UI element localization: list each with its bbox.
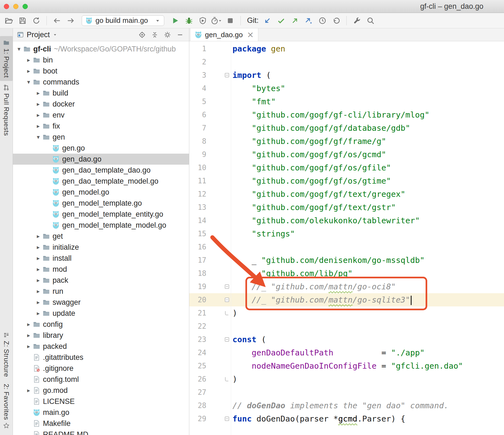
chevron-right-icon[interactable]: ▸ (34, 101, 42, 107)
chevron-right-icon[interactable]: ▸ (34, 266, 42, 273)
git-push-button[interactable] (289, 15, 301, 27)
code-line[interactable]: 20 //_ "github.com/mattn/go-sqlite3" (189, 293, 504, 306)
tree-item-gen.go[interactable]: gen.go (13, 143, 189, 154)
code-line[interactable]: 13 "github.com/gogf/gf/text/gstr" (189, 201, 504, 214)
chevron-down-icon[interactable]: ▾ (24, 79, 33, 85)
chevron-right-icon[interactable]: ▸ (24, 57, 33, 63)
tree-item-install[interactable]: ▸install (13, 253, 189, 264)
code-line[interactable]: 19 //_ "github.com/mattn/go-oci8" (189, 280, 504, 293)
tool-window-button-structure[interactable]: Z: Structure (0, 328, 13, 380)
run-config-select[interactable]: go build main.go (82, 15, 164, 26)
code-line[interactable]: 18 _ "github.com/lib/pq" (189, 267, 504, 280)
tree-item-gen_model_template.go[interactable]: gen_model_template.go (13, 198, 189, 209)
tree-item-packed[interactable]: ▸packed (13, 341, 189, 352)
chevron-right-icon[interactable]: ▸ (34, 244, 42, 251)
code-line[interactable]: 29func doGenDao(parser *gcmd.Parser) { (189, 412, 504, 425)
chevron-right-icon[interactable]: ▸ (34, 233, 42, 240)
tool-window-button-pull-requests[interactable]: Pull Requests (0, 81, 13, 139)
tree-item-LICENSE[interactable]: LICENSE (13, 396, 189, 407)
run-button[interactable] (169, 15, 181, 27)
fold-marker[interactable] (206, 311, 232, 315)
tree-item-gen_dao_template_dao.go[interactable]: gen_dao_template_dao.go (13, 165, 189, 176)
code-line[interactable]: 17 _ "github.com/denisenkom/go-mssqldb" (189, 254, 504, 267)
code-line[interactable]: 7 "github.com/gogf/gf/database/gdb" (189, 121, 504, 135)
tree-item-commands[interactable]: ▾commands (13, 77, 189, 88)
save-button[interactable] (17, 15, 29, 27)
panel-title[interactable]: Project (27, 31, 50, 39)
fold-marker[interactable] (206, 298, 232, 302)
tree-item-gen_dao.go[interactable]: gen_dao.go (13, 154, 189, 165)
panel-settings-button[interactable] (162, 29, 172, 40)
forward-button[interactable] (65, 15, 77, 27)
tree-item-update[interactable]: ▸update (13, 308, 189, 319)
code-line[interactable]: 26) (189, 373, 504, 386)
chevron-right-icon[interactable]: ▸ (34, 288, 42, 295)
close-window-button[interactable] (4, 4, 9, 9)
tree-item-.gitattributes[interactable]: .gitattributes (13, 352, 189, 363)
fold-marker[interactable] (206, 337, 232, 342)
tool-window-button-favorites[interactable]: 2: Favorites (0, 380, 13, 432)
code-line[interactable]: 1package gen (189, 42, 504, 55)
tree-item-go.mod[interactable]: ▸go.mod (13, 385, 189, 396)
tree-item-pack[interactable]: ▸pack (13, 275, 189, 286)
code-line[interactable]: 3import ( (189, 69, 504, 82)
minimize-window-button[interactable] (13, 4, 18, 9)
tree-item-initialize[interactable]: ▸initialize (13, 242, 189, 253)
git-fetch-button[interactable] (303, 15, 315, 27)
tree-item-main.go[interactable]: main.go (13, 407, 189, 418)
tree-item-mod[interactable]: ▸mod (13, 264, 189, 275)
code-editor[interactable]: 1package gen23import (4 "bytes"5 "fmt"6 … (189, 41, 504, 435)
code-line[interactable]: 6 "github.com/gogf/gf-cli/library/mlog" (189, 108, 504, 121)
code-line[interactable]: 25 nodeNameGenDaoInConfigFile = "gfcli.g… (189, 359, 504, 373)
code-line[interactable]: 2 (189, 55, 504, 69)
chevron-right-icon[interactable]: ▸ (34, 123, 42, 129)
tree-item-.gitignore[interactable]: .gitignore (13, 363, 189, 374)
chevron-right-icon[interactable]: ▸ (24, 343, 33, 350)
code-line[interactable]: 4 "bytes" (189, 82, 504, 95)
tree-item-build[interactable]: ▸build (13, 88, 189, 99)
tree-item-run[interactable]: ▸run (13, 286, 189, 297)
chevron-right-icon[interactable]: ▸ (34, 299, 42, 306)
code-line[interactable]: 12 "github.com/gogf/gf/text/gregex" (189, 187, 504, 201)
close-icon[interactable]: × (247, 31, 254, 39)
chevron-down-icon[interactable]: ▾ (15, 46, 23, 52)
git-update-project-button[interactable] (261, 15, 273, 27)
open-button[interactable] (3, 15, 15, 27)
tree-item-bin[interactable]: ▸bin (13, 55, 189, 66)
sync-button[interactable] (30, 15, 42, 27)
code-line[interactable]: 8 "github.com/gogf/gf/frame/g" (189, 135, 504, 148)
tree-item-docker[interactable]: ▸docker (13, 99, 189, 110)
rollback-button[interactable] (330, 15, 342, 27)
fold-marker[interactable] (206, 284, 232, 289)
fold-marker[interactable] (206, 377, 232, 381)
git-commit-button[interactable] (275, 15, 287, 27)
search-everywhere-button[interactable] (365, 15, 377, 27)
chevron-right-icon[interactable]: ▸ (24, 332, 33, 339)
coverage-button[interactable] (197, 15, 209, 27)
code-line[interactable]: 22 (189, 320, 504, 333)
tree-item-gen_model_template_model.go[interactable]: gen_model_template_model.go (13, 220, 189, 231)
tool-window-button-project[interactable]: 1: Project (0, 36, 13, 81)
chevron-right-icon[interactable]: ▸ (24, 387, 33, 394)
chevron-right-icon[interactable]: ▸ (34, 112, 42, 118)
history-button[interactable] (316, 15, 328, 27)
code-line[interactable]: 21) (189, 306, 504, 320)
code-line[interactable]: 27 (189, 386, 504, 399)
tree-item-README.MD[interactable]: README.MD (13, 429, 189, 435)
chevron-down-icon[interactable]: ▾ (34, 134, 42, 140)
tree-item-gen_model.go[interactable]: gen_model.go (13, 187, 189, 198)
chevron-right-icon[interactable]: ▸ (34, 310, 42, 317)
tree-item-config.toml[interactable]: config.toml (13, 374, 189, 385)
locate-file-button[interactable] (137, 29, 147, 40)
zoom-window-button[interactable] (23, 4, 28, 9)
tree-item-fix[interactable]: ▸fix (13, 121, 189, 132)
tree-item-gf-cli[interactable]: ▾gf-cli~/Workspace/Go/GOPATH/src/github (13, 44, 189, 55)
tree-item-gen[interactable]: ▾gen (13, 132, 189, 143)
external-tools-button[interactable] (351, 15, 363, 27)
tab-gen-dao-go[interactable]: gen_dao.go × (190, 28, 258, 41)
code-line[interactable]: 11 "github.com/gogf/gf/os/gtime" (189, 174, 504, 187)
stop-button[interactable] (224, 15, 236, 27)
code-line[interactable]: 16 (189, 240, 504, 254)
code-line[interactable]: 23const ( (189, 333, 504, 346)
fold-marker[interactable] (206, 417, 232, 421)
